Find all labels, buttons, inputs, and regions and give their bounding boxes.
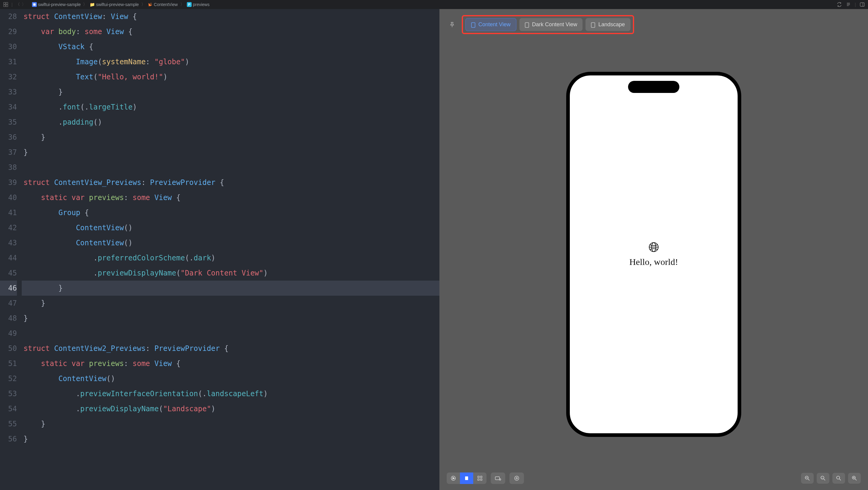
zoom-fit-button[interactable]: [832, 473, 845, 484]
zoom-controls: 1: [801, 473, 861, 484]
code-line[interactable]: struct ContentView: View {: [22, 9, 439, 24]
line-number: 47: [0, 296, 17, 311]
code-line[interactable]: }: [22, 296, 439, 311]
folder-icon: 📁: [90, 2, 95, 7]
svg-rect-23: [495, 477, 499, 480]
line-gutter: 2829303132333435363738394041424344454647…: [0, 9, 22, 490]
selectable-preview-button[interactable]: [460, 472, 473, 484]
hello-world-text: Hello, world!: [629, 257, 678, 267]
svg-rect-18: [465, 477, 468, 480]
line-number: 45: [0, 265, 17, 281]
svg-line-31: [824, 479, 825, 480]
svg-rect-11: [525, 23, 529, 28]
code-line[interactable]: ContentView(): [22, 371, 439, 386]
code-line[interactable]: [22, 326, 439, 341]
line-number: 52: [0, 371, 17, 386]
code-line[interactable]: }: [22, 431, 439, 447]
refresh-icon[interactable]: [837, 2, 842, 7]
adjust-editor-icon[interactable]: [846, 2, 851, 7]
code-line[interactable]: .preferredColorScheme(.dark): [22, 251, 439, 265]
code-area[interactable]: struct ContentView: View { var body: som…: [22, 9, 439, 490]
line-number: 49: [0, 326, 17, 341]
code-line[interactable]: }: [22, 85, 439, 100]
line-number: 29: [0, 24, 17, 39]
breadcrumb-label: swiftui-preview-sample: [96, 2, 139, 7]
preview-device-area[interactable]: Hello, world!: [439, 40, 868, 468]
svg-marker-17: [453, 477, 455, 479]
code-line[interactable]: struct ContentView_Previews: PreviewProv…: [22, 175, 439, 190]
code-line[interactable]: Text("Hello, world!"): [22, 69, 439, 85]
line-number: 30: [0, 39, 17, 54]
code-line[interactable]: static var previews: some View {: [22, 356, 439, 371]
preview-tab-dark-content-view[interactable]: Dark Content View: [519, 18, 583, 31]
line-number: 53: [0, 386, 17, 401]
nav-back-button[interactable]: 〈: [16, 2, 20, 7]
preview-settings-button[interactable]: [509, 472, 524, 484]
svg-rect-1: [6, 2, 8, 4]
svg-rect-22: [480, 479, 482, 480]
nav-forward-button[interactable]: 〉: [22, 2, 26, 7]
line-number: 28: [0, 9, 17, 24]
code-line[interactable]: }: [22, 311, 439, 326]
code-line[interactable]: .font(.largeTitle): [22, 100, 439, 115]
line-number: 42: [0, 220, 17, 235]
line-number: 56: [0, 431, 17, 447]
code-line[interactable]: .padding(): [22, 115, 439, 130]
preview-tab-landscape[interactable]: Landscape: [586, 18, 630, 31]
line-number: 36: [0, 130, 17, 145]
preview-tab-content-view[interactable]: Content View: [465, 18, 517, 31]
breadcrumb-separator: 〉: [180, 2, 184, 7]
preview-bottom-toolbar: 1: [439, 468, 868, 490]
svg-line-34: [839, 479, 841, 480]
breadcrumb-item-2[interactable]: ContentView: [148, 2, 178, 7]
svg-rect-12: [591, 23, 595, 28]
svg-point-33: [837, 476, 840, 479]
code-line[interactable]: }: [22, 416, 439, 431]
line-number: 43: [0, 235, 17, 251]
breadcrumb-item-1[interactable]: 📁 swiftui-preview-sample: [90, 2, 139, 7]
code-line[interactable]: ContentView(): [22, 220, 439, 235]
line-number: 51: [0, 356, 17, 371]
breadcrumb-item-3[interactable]: P previews: [187, 2, 210, 7]
variants-preview-button[interactable]: [473, 472, 487, 484]
pin-preview-button[interactable]: [447, 19, 458, 30]
device-settings-button[interactable]: [491, 472, 505, 484]
line-number: 40: [0, 190, 17, 205]
line-number: 31: [0, 54, 17, 69]
svg-rect-21: [478, 479, 479, 480]
dynamic-island-notch: [628, 81, 679, 93]
code-editor[interactable]: 2829303132333435363738394041424344454647…: [0, 9, 439, 490]
svg-line-36: [855, 479, 857, 480]
breadcrumb-label: previews: [193, 2, 210, 7]
breadcrumb-item-0[interactable]: swiftui-preview-sample: [32, 2, 81, 7]
breadcrumb-label: ContentView: [154, 2, 178, 7]
code-line[interactable]: .previewDisplayName("Dark Content View"): [22, 265, 439, 281]
code-line[interactable]: .previewDisplayName("Landscape"): [22, 401, 439, 416]
content-view-stack: Hello, world!: [629, 242, 678, 267]
code-line[interactable]: VStack {: [22, 39, 439, 54]
code-line[interactable]: Group {: [22, 205, 439, 220]
live-preview-button[interactable]: [447, 472, 460, 484]
code-line[interactable]: .previewInterfaceOrientation(.landscapeL…: [22, 386, 439, 401]
code-line[interactable]: }: [22, 145, 439, 160]
zoom-in-button[interactable]: [848, 473, 861, 484]
code-line[interactable]: static var previews: some View {: [22, 190, 439, 205]
code-line[interactable]: struct ContentView2_Previews: PreviewPro…: [22, 341, 439, 356]
zoom-actual-button[interactable]: 1: [817, 473, 829, 484]
svg-rect-10: [471, 23, 475, 28]
code-line[interactable]: Image(systemName: "globe"): [22, 54, 439, 69]
code-line[interactable]: }: [22, 281, 439, 296]
top-toolbar: | 〈 〉 swiftui-preview-sample 〉 📁 swiftui…: [0, 0, 868, 9]
toggle-right-panel-icon[interactable]: [860, 2, 865, 7]
line-number: 46: [0, 281, 17, 296]
code-line[interactable]: var body: some View {: [22, 24, 439, 39]
zoom-out-button[interactable]: [801, 473, 814, 484]
code-line[interactable]: ContentView(): [22, 235, 439, 251]
svg-point-25: [515, 476, 519, 480]
layout-toggle-icon[interactable]: [3, 2, 8, 7]
code-line[interactable]: [22, 160, 439, 175]
svg-rect-2: [4, 5, 5, 7]
device-icon: [525, 22, 530, 27]
code-line[interactable]: }: [22, 130, 439, 145]
svg-line-28: [808, 479, 809, 480]
